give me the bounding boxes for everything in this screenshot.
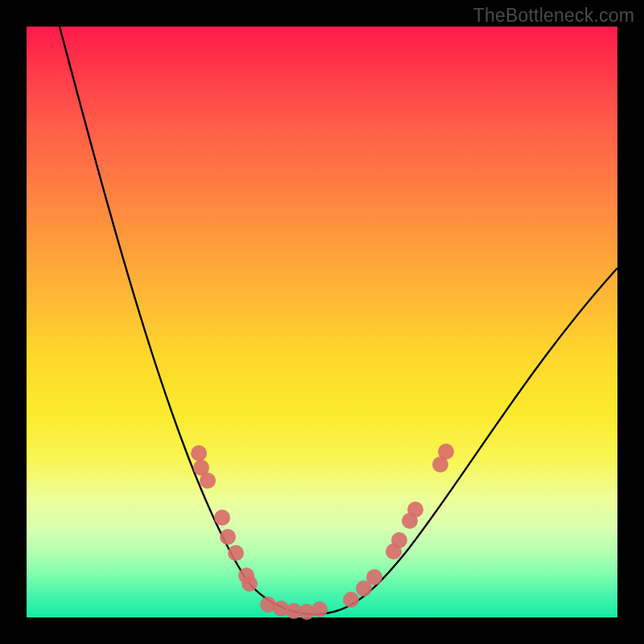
watermark-text: TheBottleneck.com <box>473 5 634 27</box>
dot-right <box>438 444 454 460</box>
curve-svg <box>27 27 617 617</box>
chart-frame: TheBottleneck.com <box>0 0 644 644</box>
dot-left <box>191 445 207 461</box>
dot-bottom <box>312 601 328 617</box>
dot-right <box>407 502 423 518</box>
bottleneck-curve <box>60 27 617 614</box>
dot-right <box>391 532 407 548</box>
dot-left <box>242 576 258 592</box>
plot-area <box>27 27 617 617</box>
dot-right <box>343 592 359 608</box>
dot-left <box>220 529 236 545</box>
dot-left <box>228 545 244 561</box>
dot-left <box>214 510 230 526</box>
dot-right <box>366 569 382 585</box>
dot-left <box>200 473 216 489</box>
